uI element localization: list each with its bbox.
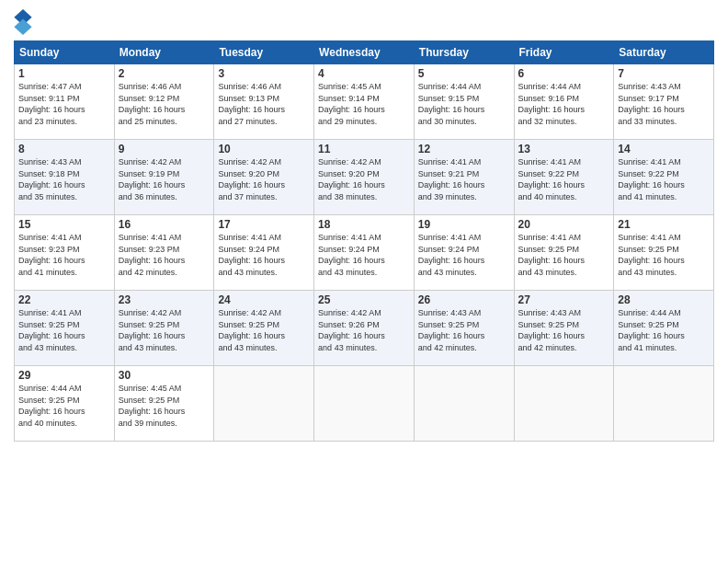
day-info: Sunrise: 4:45 AM Sunset: 9:14 PM Dayligh… — [318, 82, 385, 126]
calendar-day-cell: 8Sunrise: 4:43 AM Sunset: 9:18 PM Daylig… — [15, 140, 115, 215]
day-info: Sunrise: 4:42 AM Sunset: 9:20 PM Dayligh… — [318, 157, 385, 201]
calendar-day-cell — [614, 366, 714, 442]
calendar-weekday-friday: Friday — [514, 41, 614, 64]
calendar-day-cell: 30Sunrise: 4:45 AM Sunset: 9:25 PM Dayli… — [114, 366, 214, 442]
day-info: Sunrise: 4:47 AM Sunset: 9:11 PM Dayligh… — [18, 82, 85, 126]
calendar-day-cell: 11Sunrise: 4:42 AM Sunset: 9:20 PM Dayli… — [314, 140, 415, 215]
day-number: 3 — [218, 67, 310, 80]
calendar-day-cell: 6Sunrise: 4:44 AM Sunset: 9:16 PM Daylig… — [514, 64, 614, 140]
calendar-week-row: 22Sunrise: 4:41 AM Sunset: 9:25 PM Dayli… — [15, 291, 714, 366]
calendar-day-cell — [214, 366, 314, 442]
calendar-day-cell — [514, 366, 614, 442]
calendar-week-row: 8Sunrise: 4:43 AM Sunset: 9:18 PM Daylig… — [15, 140, 714, 215]
day-info: Sunrise: 4:42 AM Sunset: 9:26 PM Dayligh… — [318, 308, 385, 352]
day-info: Sunrise: 4:41 AM Sunset: 9:22 PM Dayligh… — [618, 157, 685, 201]
day-number: 14 — [618, 143, 710, 155]
day-number: 27 — [518, 293, 610, 306]
day-number: 10 — [218, 143, 310, 155]
calendar-week-row: 29Sunrise: 4:44 AM Sunset: 9:25 PM Dayli… — [15, 366, 714, 442]
calendar-weekday-wednesday: Wednesday — [314, 41, 415, 64]
calendar-weekday-tuesday: Tuesday — [214, 41, 314, 64]
calendar-day-cell: 3Sunrise: 4:46 AM Sunset: 9:13 PM Daylig… — [214, 64, 314, 140]
calendar-day-cell: 15Sunrise: 4:41 AM Sunset: 9:23 PM Dayli… — [15, 215, 115, 291]
day-number: 11 — [318, 143, 410, 155]
calendar-week-row: 15Sunrise: 4:41 AM Sunset: 9:23 PM Dayli… — [15, 215, 714, 291]
day-info: Sunrise: 4:41 AM Sunset: 9:24 PM Dayligh… — [218, 233, 285, 277]
calendar-day-cell: 7Sunrise: 4:43 AM Sunset: 9:17 PM Daylig… — [614, 64, 714, 140]
day-info: Sunrise: 4:41 AM Sunset: 9:23 PM Dayligh… — [18, 233, 85, 277]
day-number: 21 — [618, 218, 710, 231]
calendar-day-cell: 12Sunrise: 4:41 AM Sunset: 9:21 PM Dayli… — [414, 140, 514, 215]
day-number: 26 — [418, 293, 510, 306]
svg-marker-1 — [14, 19, 31, 36]
calendar-day-cell: 16Sunrise: 4:41 AM Sunset: 9:23 PM Dayli… — [114, 215, 214, 291]
day-info: Sunrise: 4:46 AM Sunset: 9:12 PM Dayligh… — [119, 82, 186, 126]
day-info: Sunrise: 4:41 AM Sunset: 9:22 PM Dayligh… — [518, 157, 586, 201]
calendar-day-cell: 9Sunrise: 4:42 AM Sunset: 9:19 PM Daylig… — [114, 140, 214, 215]
day-info: Sunrise: 4:42 AM Sunset: 9:20 PM Dayligh… — [218, 157, 285, 201]
day-number: 1 — [18, 67, 110, 80]
page: SundayMondayTuesdayWednesdayThursdayFrid… — [0, 0, 728, 563]
calendar-day-cell: 13Sunrise: 4:41 AM Sunset: 9:22 PM Dayli… — [514, 140, 614, 215]
calendar-day-cell: 5Sunrise: 4:44 AM Sunset: 9:15 PM Daylig… — [414, 64, 514, 140]
day-number: 15 — [18, 218, 110, 231]
day-info: Sunrise: 4:42 AM Sunset: 9:25 PM Dayligh… — [218, 308, 285, 352]
day-info: Sunrise: 4:44 AM Sunset: 9:16 PM Dayligh… — [518, 82, 586, 126]
day-info: Sunrise: 4:41 AM Sunset: 9:23 PM Dayligh… — [119, 233, 186, 277]
day-info: Sunrise: 4:42 AM Sunset: 9:25 PM Dayligh… — [119, 308, 186, 352]
day-number: 5 — [418, 67, 510, 80]
calendar-weekday-saturday: Saturday — [614, 41, 714, 64]
calendar-day-cell — [314, 366, 415, 442]
day-number: 29 — [18, 369, 110, 382]
calendar-day-cell: 19Sunrise: 4:41 AM Sunset: 9:24 PM Dayli… — [414, 215, 514, 291]
day-number: 2 — [119, 67, 210, 80]
logo — [14, 9, 36, 35]
day-info: Sunrise: 4:44 AM Sunset: 9:15 PM Dayligh… — [418, 82, 485, 126]
day-info: Sunrise: 4:41 AM Sunset: 9:21 PM Dayligh… — [418, 157, 485, 201]
day-number: 24 — [218, 293, 310, 306]
day-info: Sunrise: 4:41 AM Sunset: 9:25 PM Dayligh… — [18, 308, 85, 352]
day-info: Sunrise: 4:42 AM Sunset: 9:19 PM Dayligh… — [119, 157, 186, 201]
day-info: Sunrise: 4:45 AM Sunset: 9:25 PM Dayligh… — [119, 384, 186, 428]
day-info: Sunrise: 4:41 AM Sunset: 9:24 PM Dayligh… — [418, 233, 485, 277]
day-number: 25 — [318, 293, 410, 306]
day-number: 9 — [119, 143, 210, 155]
calendar-day-cell: 22Sunrise: 4:41 AM Sunset: 9:25 PM Dayli… — [15, 291, 115, 366]
calendar-day-cell: 20Sunrise: 4:41 AM Sunset: 9:25 PM Dayli… — [514, 215, 614, 291]
day-number: 22 — [18, 293, 110, 306]
calendar-day-cell: 24Sunrise: 4:42 AM Sunset: 9:25 PM Dayli… — [214, 291, 314, 366]
day-info: Sunrise: 4:43 AM Sunset: 9:18 PM Dayligh… — [18, 157, 85, 201]
day-number: 7 — [618, 67, 710, 80]
calendar-day-cell: 14Sunrise: 4:41 AM Sunset: 9:22 PM Dayli… — [614, 140, 714, 215]
day-info: Sunrise: 4:43 AM Sunset: 9:25 PM Dayligh… — [518, 308, 586, 352]
calendar-day-cell: 26Sunrise: 4:43 AM Sunset: 9:25 PM Dayli… — [414, 291, 514, 366]
calendar-table: SundayMondayTuesdayWednesdayThursdayFrid… — [14, 40, 714, 442]
day-info: Sunrise: 4:41 AM Sunset: 9:25 PM Dayligh… — [518, 233, 586, 277]
calendar-day-cell: 2Sunrise: 4:46 AM Sunset: 9:12 PM Daylig… — [114, 64, 214, 140]
calendar-day-cell: 21Sunrise: 4:41 AM Sunset: 9:25 PM Dayli… — [614, 215, 714, 291]
calendar-day-cell: 25Sunrise: 4:42 AM Sunset: 9:26 PM Dayli… — [314, 291, 415, 366]
day-number: 6 — [518, 67, 610, 80]
day-number: 28 — [618, 293, 710, 306]
day-info: Sunrise: 4:46 AM Sunset: 9:13 PM Dayligh… — [218, 82, 285, 126]
calendar-weekday-sunday: Sunday — [15, 41, 115, 64]
calendar-day-cell: 10Sunrise: 4:42 AM Sunset: 9:20 PM Dayli… — [214, 140, 314, 215]
calendar-week-row: 1Sunrise: 4:47 AM Sunset: 9:11 PM Daylig… — [15, 64, 714, 140]
day-number: 8 — [18, 143, 110, 155]
day-info: Sunrise: 4:44 AM Sunset: 9:25 PM Dayligh… — [18, 384, 85, 428]
calendar-day-cell: 1Sunrise: 4:47 AM Sunset: 9:11 PM Daylig… — [15, 64, 115, 140]
calendar-day-cell: 28Sunrise: 4:44 AM Sunset: 9:25 PM Dayli… — [614, 291, 714, 366]
day-info: Sunrise: 4:43 AM Sunset: 9:17 PM Dayligh… — [618, 82, 685, 126]
calendar-day-cell — [414, 366, 514, 442]
header — [14, 9, 714, 35]
calendar-header-row: SundayMondayTuesdayWednesdayThursdayFrid… — [15, 41, 714, 64]
calendar-weekday-monday: Monday — [114, 41, 214, 64]
calendar-weekday-thursday: Thursday — [414, 41, 514, 64]
day-number: 12 — [418, 143, 510, 155]
day-number: 19 — [418, 218, 510, 231]
calendar-day-cell: 17Sunrise: 4:41 AM Sunset: 9:24 PM Dayli… — [214, 215, 314, 291]
calendar-day-cell: 18Sunrise: 4:41 AM Sunset: 9:24 PM Dayli… — [314, 215, 415, 291]
day-info: Sunrise: 4:41 AM Sunset: 9:25 PM Dayligh… — [618, 233, 685, 277]
logo-icon — [14, 9, 32, 35]
day-number: 20 — [518, 218, 610, 231]
